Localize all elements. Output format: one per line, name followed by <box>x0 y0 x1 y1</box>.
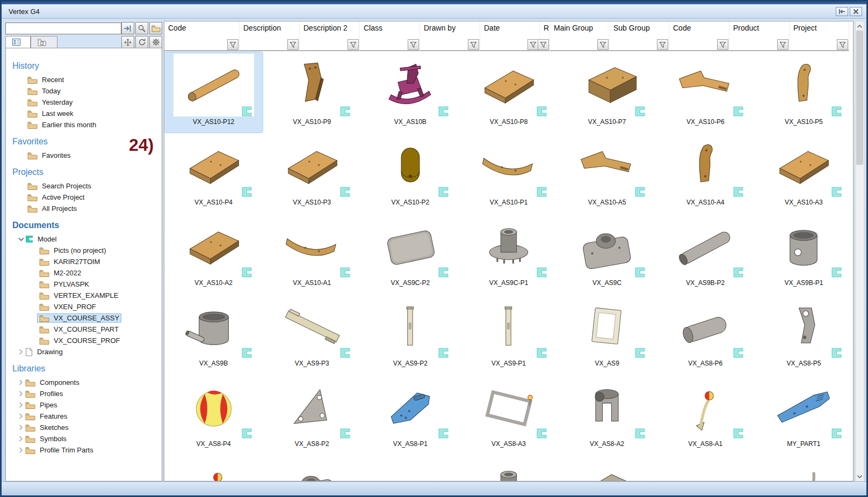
column-header-main-group-7[interactable]: Main Group <box>550 21 610 51</box>
tree-item-profiles[interactable]: Profiles <box>6 388 162 399</box>
part-item-vx_as10-p7[interactable]: VX_AS10-P7 <box>558 52 656 133</box>
part-thumbnail[interactable] <box>665 295 746 358</box>
part-thumbnail[interactable] <box>665 376 746 438</box>
tree-item-features[interactable]: Features <box>6 411 162 422</box>
part-thumbnail[interactable] <box>763 295 844 358</box>
part-thumbnail[interactable] <box>272 295 352 358</box>
part-thumbnail[interactable] <box>468 134 549 197</box>
settings-button[interactable] <box>149 36 162 48</box>
tree-item-pipes[interactable]: Pipes <box>6 399 162 411</box>
column-header-code-9[interactable]: Code <box>669 21 729 51</box>
part-thumbnail[interactable] <box>763 376 844 438</box>
scroll-down-button[interactable] <box>856 472 864 481</box>
part-thumbnail[interactable] <box>370 215 451 277</box>
part-thumbnail[interactable] <box>665 54 746 116</box>
part-thumbnail[interactable] <box>272 376 352 438</box>
part-item-vx_as9b-p1[interactable]: VX_AS9B-P1 <box>755 213 853 294</box>
part-thumbnail[interactable] <box>468 295 549 358</box>
filter-button[interactable] <box>538 39 549 50</box>
tree-node-drawing[interactable]: Drawing <box>6 346 162 357</box>
filter-button[interactable] <box>227 39 238 50</box>
filter-button[interactable] <box>287 39 299 50</box>
part-thumbnail[interactable] <box>370 376 451 438</box>
part-item-partial[interactable] <box>656 455 755 481</box>
chevron-down-icon[interactable] <box>17 237 25 242</box>
part-thumbnail[interactable] <box>173 295 254 358</box>
part-item-vx_as10-a2[interactable]: VX_AS10-A2 <box>164 213 263 294</box>
filter-button[interactable] <box>837 39 848 50</box>
part-thumbnail[interactable] <box>173 215 254 277</box>
tree-item-vx-course-part[interactable]: VX_COURSE_PART <box>6 324 162 335</box>
part-item-vx_as9c-p2[interactable]: VX_AS9C-P2 <box>361 213 459 294</box>
tree-item-search-projects[interactable]: Search Projects <box>6 180 162 192</box>
column-header-project-11[interactable]: Project <box>790 21 849 51</box>
tree-item-last-week[interactable]: Last week <box>6 108 162 119</box>
chevron-right-icon[interactable] <box>17 402 25 408</box>
part-thumbnail[interactable] <box>468 215 549 277</box>
column-header-description-2-2[interactable]: Description 2 <box>300 21 360 51</box>
part-thumbnail[interactable] <box>173 134 254 197</box>
part-item-vx_as10-p3[interactable]: VX_AS10-P3 <box>263 133 361 213</box>
part-item-partial[interactable] <box>558 455 656 481</box>
tree-item-active-project[interactable]: Active Project <box>6 192 162 203</box>
chevron-right-icon[interactable] <box>17 379 25 385</box>
part-item-vx_as10-a1[interactable]: VX_AS10-A1 <box>263 213 361 294</box>
part-item-vx_as10-p2[interactable]: VX_AS10-P2 <box>361 133 459 213</box>
part-item-partial[interactable] <box>755 455 853 481</box>
part-thumbnail[interactable] <box>665 134 746 197</box>
filter-button[interactable] <box>777 39 789 50</box>
filter-button[interactable] <box>348 39 359 50</box>
part-thumbnail[interactable] <box>370 295 451 358</box>
part-item-partial[interactable] <box>263 455 361 481</box>
part-item-vx_as10-p6[interactable]: VX_AS10-P6 <box>656 52 755 133</box>
part-thumbnail[interactable] <box>468 54 549 116</box>
part-item-vx_as9b[interactable]: VX_AS9B <box>164 294 263 374</box>
part-item-vx_as10-p5[interactable]: VX_AS10-P5 <box>755 52 853 133</box>
part-item-vx_as8-a1[interactable]: VX_AS8-A1 <box>656 374 755 455</box>
tree-item-recent[interactable]: Recent <box>6 74 162 85</box>
tree-item-today[interactable]: Today <box>6 85 162 97</box>
tree-node-model[interactable]: Model <box>6 233 162 245</box>
tree-item-symbols[interactable]: Symbols <box>6 433 162 444</box>
part-thumbnail[interactable] <box>763 134 844 197</box>
part-item-my_part1[interactable]: MY_PART1 <box>755 374 853 455</box>
tree-item-vertex-example[interactable]: VERTEX_EXAMPLE <box>6 290 162 301</box>
column-header-r-6[interactable]: R <box>540 21 550 51</box>
go-button[interactable] <box>121 22 134 34</box>
part-thumbnail[interactable] <box>272 134 352 197</box>
filter-button[interactable] <box>408 39 419 50</box>
tab-project[interactable] <box>31 36 57 48</box>
tree-item-vxen-prof[interactable]: VXEN_PROF <box>6 301 162 312</box>
filter-button[interactable] <box>657 39 668 50</box>
part-item-vx_as9[interactable]: VX_AS9 <box>558 294 656 374</box>
part-item-vx_as8-a2[interactable]: VX_AS8-A2 <box>558 374 656 455</box>
part-item-partial[interactable] <box>164 455 263 481</box>
part-item-vx_as8-p1[interactable]: VX_AS8-P1 <box>361 374 459 455</box>
column-header-product-10[interactable]: Product <box>729 21 790 51</box>
scroll-up-button[interactable] <box>856 21 864 31</box>
tree-item-m2-2022[interactable]: M2-2022 <box>6 267 162 279</box>
filter-button[interactable] <box>597 39 609 50</box>
part-thumbnail[interactable] <box>468 376 549 438</box>
tree-item-components[interactable]: Components <box>6 377 162 388</box>
part-thumbnail[interactable] <box>272 215 352 277</box>
tree-item-vx-course-prof[interactable]: VX_COURSE_PROF <box>6 335 162 346</box>
part-item-vx_as10-a4[interactable]: VX_AS10-A4 <box>656 133 755 213</box>
part-item-vx_as10-p9[interactable]: VX_AS10-P9 <box>263 52 361 133</box>
part-item-vx_as8-p2[interactable]: VX_AS8-P2 <box>263 374 361 455</box>
part-thumbnail[interactable] <box>567 134 647 197</box>
part-item-vx_as8-p5[interactable]: VX_AS8-P5 <box>755 294 853 374</box>
part-item-partial[interactable] <box>459 455 558 481</box>
part-thumbnail[interactable] <box>763 215 844 277</box>
chevron-right-icon[interactable] <box>17 425 25 430</box>
part-thumbnail[interactable] <box>567 215 647 277</box>
tree-item-earlier-this-month[interactable]: Earlier this month <box>6 119 162 130</box>
tree-item-all-projects[interactable]: All Projects <box>6 203 162 214</box>
column-header-class-3[interactable]: Class <box>360 21 420 51</box>
chevron-right-icon[interactable] <box>17 413 25 419</box>
search-input[interactable] <box>5 23 121 34</box>
chevron-right-icon[interactable] <box>17 349 25 355</box>
column-header-sub-group-8[interactable]: Sub Group <box>610 21 669 51</box>
part-item-vx_as9-p2[interactable]: VX_AS9-P2 <box>361 294 459 374</box>
part-item-vx_as10-p1[interactable]: VX_AS10-P1 <box>459 133 558 213</box>
